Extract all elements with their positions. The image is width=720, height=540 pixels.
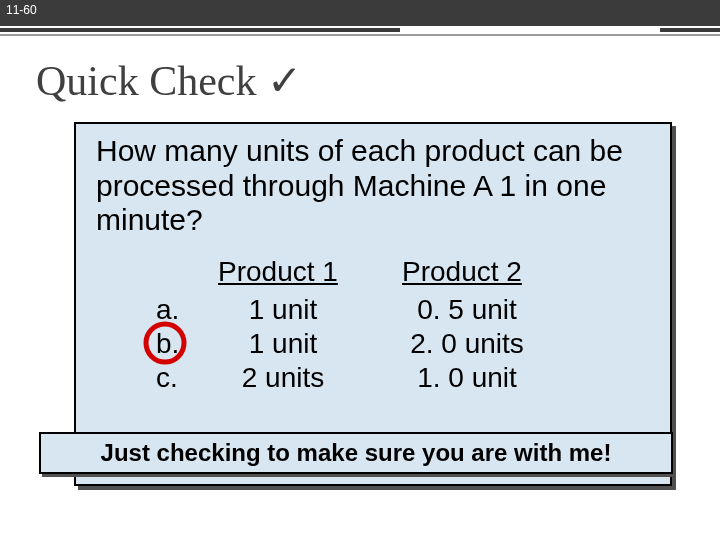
cell-a-product1: 1 unit [218,294,348,326]
check-icon: ✓ [267,57,302,104]
column-header-product-2: Product 2 [402,256,522,288]
footer-text: Just checking to make sure you are with … [101,439,612,467]
title-underline-gap [400,26,660,34]
footer-panel: Just checking to make sure you are with … [39,432,673,474]
cell-c-product1: 2 units [218,362,348,394]
slide-number: 11-60 [6,3,37,17]
slide-title: Quick Check ✓ [36,56,302,105]
cell-b-product1: 1 unit [218,328,348,360]
slide: 11-60 Quick Check ✓ How many units of ea… [0,0,720,540]
question-text: How many units of each product can be pr… [96,134,666,238]
option-label-c: c. [156,362,196,394]
svg-point-0 [146,324,184,362]
column-header-product-1: Product 1 [218,256,338,288]
cell-b-product2: 2. 0 units [392,328,542,360]
answer-circle-icon [142,320,188,366]
title-text: Quick Check [36,58,256,104]
header-bar [0,0,720,26]
cell-a-product2: 0. 5 unit [392,294,542,326]
cell-c-product2: 1. 0 unit [392,362,542,394]
